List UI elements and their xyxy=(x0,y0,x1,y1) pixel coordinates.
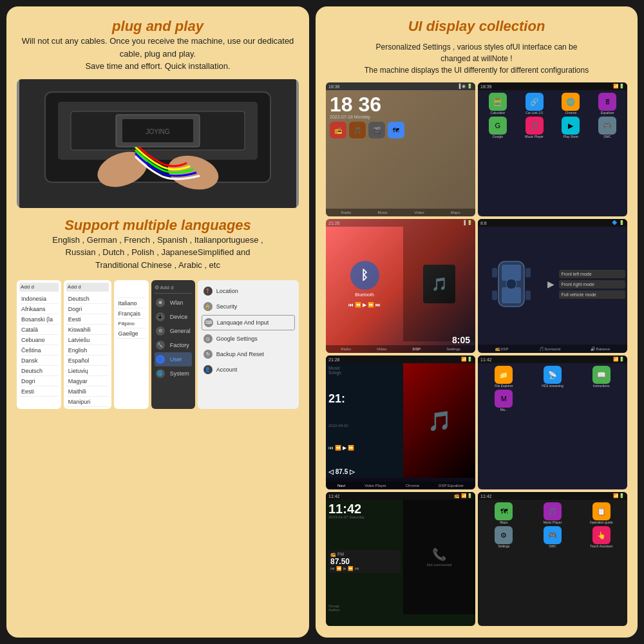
lang-item: Cebuano xyxy=(19,336,59,345)
lang-item: Italiano xyxy=(117,299,146,308)
system-label: System xyxy=(170,370,189,377)
sub-location[interactable]: 📍 Location xyxy=(202,284,295,298)
language-input-label: Lanquaqe And Input xyxy=(217,319,269,326)
lang-item: Lietuvių xyxy=(66,366,109,376)
language-list-2: Add d Deutsch Dogri Eesti Kiswahili Latv… xyxy=(64,280,111,409)
lang-item: Latviešu xyxy=(66,336,109,345)
left-panel: plug and play Will not cut any cables. O… xyxy=(6,6,309,638)
lang-item: Bosanski (la xyxy=(19,315,59,325)
lang-item: Melayu xyxy=(66,408,109,409)
user-icon: 👤 xyxy=(156,355,165,364)
ui-cell-2: 18:39 📶🔋 🧮 Calculator 🔗 Car Link 2.0 🌐 C… xyxy=(478,82,627,216)
nav-dsp-eq: DSP Equalizer xyxy=(439,484,464,488)
svg-rect-11 xyxy=(502,287,521,303)
lang-item: Dogri xyxy=(19,377,59,386)
ui-cell-8: 11:42 📶🔋 🗺 Maps 🎵 Music Player 📋 Operati… xyxy=(478,492,627,626)
ui-cell-5: 21:28 📶🔋 Music Songs 21: 2022-08-02 ⏮ ⏪ … xyxy=(326,355,475,489)
sub-settings-menu: 📍 Location 🔒 Security ⌨ Lanquaqe And Inp… xyxy=(198,280,299,409)
svg-rect-16 xyxy=(526,290,531,300)
lang-item: Français xyxy=(117,309,146,319)
security-label: Security xyxy=(216,303,238,310)
nav-chrome: Chrome xyxy=(406,484,419,488)
lang-item: Manipuri xyxy=(66,397,109,407)
nav-navi: Navi xyxy=(337,484,345,488)
ui-collection-title: UI display collection xyxy=(326,18,627,35)
cell1-nav: Radio Music Video Maps xyxy=(326,209,475,216)
lang-item: Filipino xyxy=(117,319,146,328)
svg-rect-15 xyxy=(492,290,497,300)
ui-display-grid: 18:36 ▐ ◉ 🔋 18 36 2022-07-18 Monday 📻 🎵 … xyxy=(326,82,627,626)
nav-settings-3: Settings xyxy=(446,347,460,351)
plug-play-description: Will not cut any cables. Once you receiv… xyxy=(17,35,299,73)
plug-and-play-section: plug and play Will not cut any cables. O… xyxy=(17,18,299,73)
lang-title: Support multiple languages xyxy=(17,217,299,234)
lang-item: Español xyxy=(66,356,109,366)
account-label: Account xyxy=(216,366,238,373)
globe-icon: 🌐 xyxy=(156,369,165,378)
sub-security[interactable]: 🔒 Security xyxy=(202,299,295,314)
lang-item: Dansk xyxy=(19,356,59,366)
wifi-icon: ⊕ xyxy=(156,298,165,307)
google-settings-label: Google Settings xyxy=(216,336,258,342)
ui-cell-7: 11:42 📻 📶🔋 11:42 2023-01-07 Saturday 📻 F… xyxy=(326,492,475,626)
settings-device[interactable]: 📱 Device xyxy=(155,310,192,324)
plug-play-title: plug and play xyxy=(17,18,299,35)
lang-item: English xyxy=(66,346,109,355)
ui-collection-description: Personalized Settings , various styles o… xyxy=(326,41,627,76)
nav-video: Video xyxy=(414,211,424,214)
cell3-nav: Radio Video DSP Settings xyxy=(326,345,475,353)
lang-item: Magyar xyxy=(66,377,109,386)
svg-text:JOYING: JOYING xyxy=(146,128,169,135)
svg-rect-13 xyxy=(492,268,497,278)
ui-cell-3: 21:26 ▐ 🔋 ᛒ Bluetooth ⏮ ⏪ ▶ ⏩ ⏭ 🎵 8:05 R… xyxy=(326,219,475,353)
language-list-3: Italiano Français Filipino Gaeilge xyxy=(114,280,149,409)
settings-general[interactable]: ⚙ General xyxy=(155,324,192,338)
wrench-icon: 🔧 xyxy=(156,341,165,350)
install-image: JOYING xyxy=(17,79,299,208)
factory-label: Factory xyxy=(170,342,189,348)
wlan-label: Wlan xyxy=(170,299,184,306)
lang-item: Deutsch xyxy=(66,294,109,304)
language-list-1: Add d Indonesia Afrikaans Bosanski (la C… xyxy=(17,280,61,409)
lang-item: Català xyxy=(19,325,59,335)
google-icon: G xyxy=(204,334,213,343)
nav-maps: Maps xyxy=(451,211,460,214)
settings-main-menu: ⚙ Add d ⊕ Wlan 📱 Device ⚙ General 🔧 Fact… xyxy=(151,280,195,409)
location-label: Location xyxy=(216,288,238,294)
lang-item: Afrikaans xyxy=(19,305,59,314)
lang-item: Indonesia xyxy=(19,294,59,304)
ui-cell-6: 11:42 📶🔋 📁 File Explorer 📡 HO2 streaming… xyxy=(478,355,627,489)
ui-cell-4: 8:8 🔷 🔋 xyxy=(478,219,627,353)
lang-item: Eesti xyxy=(66,315,109,325)
lock-icon: 🔒 xyxy=(204,302,213,311)
right-panel: UI display collection Personalized Setti… xyxy=(316,6,638,638)
settings-wlan[interactable]: ⊕ Wlan xyxy=(155,296,192,310)
settings-factory[interactable]: 🔧 Factory xyxy=(155,338,192,352)
nav-dsp-3: DSP xyxy=(413,347,421,351)
account-icon: 👤 xyxy=(204,365,213,374)
lang-item: Gaeilge xyxy=(117,329,146,339)
svg-rect-14 xyxy=(526,268,531,278)
nav-video-5: Video Player xyxy=(365,484,386,488)
cell5-nav: Navi Video Player Chrome DSP Equalizer xyxy=(326,482,475,489)
svg-point-12 xyxy=(506,279,516,289)
lang-item: Čeština xyxy=(19,346,59,355)
svg-rect-10 xyxy=(502,265,521,281)
settings-mockup: Add d Indonesia Afrikaans Bosanski (la C… xyxy=(17,280,299,409)
lang-item: Deutsch xyxy=(19,366,59,376)
nav-radio-3: Radio xyxy=(341,347,351,351)
sub-account[interactable]: 👤 Account xyxy=(202,363,295,377)
sub-language-input[interactable]: ⌨ Lanquaqe And Input xyxy=(202,315,295,330)
user-label: User xyxy=(170,356,182,363)
settings-system[interactable]: 🌐 System xyxy=(155,366,192,381)
sub-backup-reset[interactable]: ↻ Backup And Reset xyxy=(202,347,295,361)
settings-user[interactable]: 👤 User xyxy=(155,352,192,366)
backup-reset-label: Backup And Reset xyxy=(216,351,264,357)
lang-item: Eesti xyxy=(19,387,59,397)
gear-icon: ⚙ xyxy=(156,327,165,336)
lang-item: Dogri xyxy=(66,305,109,314)
sub-google-settings[interactable]: G Google Settings xyxy=(202,332,295,346)
device-icon: 📱 xyxy=(156,312,165,321)
location-icon: 📍 xyxy=(204,287,213,296)
refresh-icon: ↻ xyxy=(204,350,213,359)
